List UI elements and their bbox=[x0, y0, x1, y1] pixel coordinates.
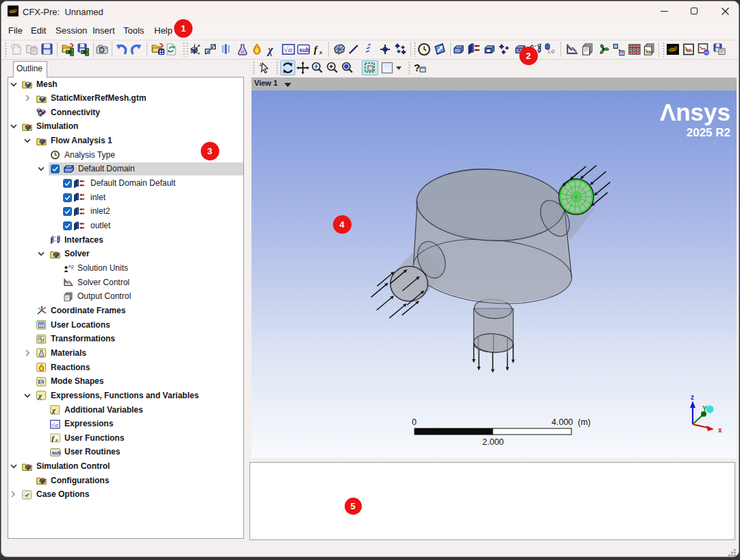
svg-text:χ: χ bbox=[51, 406, 56, 414]
svg-text:2.000: 2.000 bbox=[482, 437, 504, 447]
svg-text:χ: χ bbox=[267, 44, 273, 56]
svg-text:z: z bbox=[691, 393, 694, 401]
svg-text:f: f bbox=[314, 44, 319, 55]
svg-text:χ: χ bbox=[37, 391, 42, 400]
svg-text:sub: sub bbox=[51, 450, 61, 456]
svg-text:√α: √α bbox=[51, 421, 58, 428]
svg-text:x: x bbox=[55, 437, 58, 443]
svg-text:4.000 (m): 4.000 (m) bbox=[552, 417, 591, 427]
svg-text:?: ? bbox=[414, 62, 420, 73]
svg-text:0: 0 bbox=[412, 417, 417, 427]
svg-text:sub: sub bbox=[299, 47, 310, 53]
svg-text:x: x bbox=[718, 426, 722, 434]
svg-text:√α: √α bbox=[284, 45, 293, 53]
svg-text:t:0: t:0 bbox=[548, 49, 554, 55]
svg-text:kg: kg bbox=[69, 264, 74, 269]
svg-text:x: x bbox=[319, 49, 323, 56]
